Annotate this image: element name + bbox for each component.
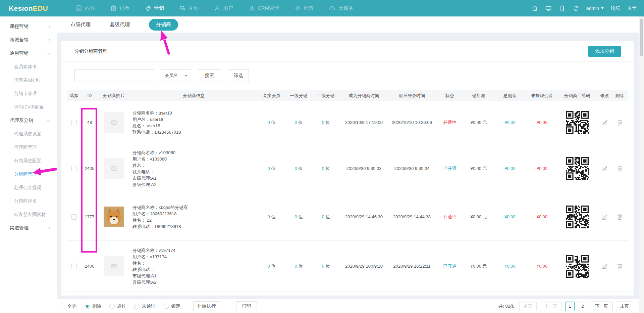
tab-县级代理[interactable]: 县级代理 — [110, 21, 130, 28]
action-radio-label: 通过 — [117, 303, 126, 309]
member-count: 0 — [322, 120, 324, 125]
sidebar-item-营销卡管理[interactable]: 营销卡管理 — [0, 87, 57, 100]
search-field-value: 会员名 — [165, 73, 178, 79]
select-all-control[interactable]: 全选 — [60, 303, 76, 309]
member-unit: 位 — [271, 263, 276, 269]
info-line: 联系电话： — [132, 169, 175, 175]
tab-市级代理[interactable]: 市级代理 — [70, 21, 91, 28]
about-link[interactable]: 关于 — [627, 5, 637, 11]
refresh-icon[interactable] — [573, 5, 579, 12]
sidebar-item-代理商管理[interactable]: 代理商管理 — [0, 141, 57, 154]
sidebar-item-VIP&SVIP配置[interactable]: VIP&SVIP配置 — [0, 100, 57, 114]
radio-checked-icon[interactable] — [85, 304, 90, 309]
sidebar-item-会员实体卡[interactable]: 会员实体卡 — [0, 60, 57, 74]
edit-icon[interactable] — [601, 165, 608, 172]
row-level1-cell: 0位 — [285, 214, 312, 220]
vertical-scrollbar[interactable] — [639, 16, 644, 313]
sidebar-item-分销系统配置[interactable]: 分销系统配置 — [0, 154, 57, 168]
row-info-cell: 分销商名称：user18用户名：user18姓名： user18联系电话：142… — [130, 110, 258, 135]
radio-unchecked-icon[interactable] — [164, 304, 169, 309]
nav-item-5[interactable]: 用户 — [214, 5, 233, 11]
scrollbar-thumb[interactable] — [640, 18, 643, 56]
member-count: 0 — [294, 166, 297, 171]
row-edit-cell — [597, 119, 611, 126]
sidebar-item-分销商排名[interactable]: 分销商排名 — [0, 194, 57, 208]
row-last-login-cell: 2020/9/29 14:44:38 — [388, 214, 435, 219]
action-radio-通过[interactable]: 通过 — [109, 303, 126, 309]
row-checkbox[interactable] — [71, 214, 77, 220]
row-qrcode-cell — [557, 157, 597, 180]
nav-item-label: 订单 — [119, 5, 129, 11]
info-line: 联系电话： — [132, 266, 175, 273]
page-button-下一页[interactable]: 下一页 — [591, 302, 612, 311]
sidebar-item-转发朋友圈素材[interactable]: 转发朋友圈素材 — [0, 208, 57, 221]
trash-icon[interactable] — [616, 214, 623, 220]
nav-item-2[interactable]: 订单 — [110, 5, 129, 11]
sidebar-group-3[interactable]: 通用营销 — [0, 47, 57, 60]
execute-button[interactable]: 开始执行 — [193, 301, 220, 311]
filter-button[interactable]: 筛选 — [228, 69, 249, 82]
mobile-icon[interactable] — [559, 5, 566, 12]
edit-icon[interactable] — [601, 214, 608, 220]
status-badge: 已开通 — [443, 263, 457, 269]
forum-link[interactable]: 论坛 — [611, 5, 620, 11]
status-badge: 已开通 — [443, 166, 457, 172]
column-header-二级分销: 二级分销 — [312, 93, 339, 99]
row-checkbox[interactable] — [71, 264, 77, 269]
nav-item-6[interactable]: CRM管理 — [249, 5, 279, 11]
sidebar-item-优惠券&红包[interactable]: 优惠券&红包 — [0, 74, 57, 87]
radio-unchecked-icon[interactable] — [134, 304, 140, 309]
column-header-最后登录时间: 最后登录时间 — [388, 93, 435, 99]
search-input[interactable] — [74, 69, 154, 82]
home-icon[interactable] — [531, 5, 538, 12]
select-all-checkbox[interactable] — [60, 304, 65, 309]
column-header-修改: 修改 — [597, 93, 611, 99]
action-radio-未通过[interactable]: 未通过 — [134, 303, 156, 309]
sidebar-item-分销商管理[interactable]: 分销商管理 — [0, 168, 57, 181]
edit-icon[interactable] — [601, 263, 608, 270]
column-header-销售额: 销售额 — [464, 93, 493, 99]
trash-icon[interactable] — [616, 263, 623, 270]
user-menu[interactable]: admin — [586, 6, 604, 11]
page-button-首页: 首页 — [519, 302, 537, 311]
page-button-2[interactable]: 2 — [578, 302, 587, 311]
nav-item-label: 互动 — [189, 5, 199, 11]
sidebar-group-4[interactable]: 代理及分销 — [0, 114, 57, 127]
edit-icon[interactable] — [601, 119, 608, 126]
select-all-label: 全选 — [67, 303, 76, 309]
nav-item-4[interactable]: 互动 — [179, 5, 199, 11]
nav-item-8[interactable]: 云服务 — [329, 5, 354, 11]
sidebar-item-处理佣金提现[interactable]: 处理佣金提现 — [0, 181, 57, 194]
action-radio-删除[interactable]: 删除 — [85, 303, 101, 309]
search-button[interactable]: 搜索 — [198, 69, 221, 82]
distributor-info: 分销商名称：v103060用户名：v103060姓名：联系电话：市级代理:A1县… — [132, 149, 175, 188]
search-field-select[interactable]: 会员名 — [161, 69, 191, 82]
page-button-1[interactable]: 1 — [565, 302, 575, 311]
trash-icon[interactable] — [616, 119, 623, 126]
monitor-icon[interactable] — [545, 5, 552, 12]
distributor-qrcode — [566, 255, 589, 278]
order-icon — [110, 5, 117, 11]
add-distributor-button[interactable]: 添加分销 — [588, 46, 621, 57]
action-radio-锁定[interactable]: 锁定 — [164, 303, 180, 309]
sidebar-group-1[interactable]: 课程营销 — [0, 20, 57, 33]
nav-item-1[interactable]: 内容 — [76, 5, 95, 11]
page-button-末页[interactable]: 末页 — [616, 302, 633, 311]
member-unit: 位 — [326, 214, 330, 220]
sidebar-group-2[interactable]: 商城营销 — [0, 33, 57, 47]
row-checkbox[interactable] — [71, 166, 77, 171]
radio-unchecked-icon[interactable] — [109, 304, 115, 309]
print-button[interactable]: 打印 — [236, 301, 257, 311]
app-logo: KesionEDU — [9, 4, 65, 12]
tab-分销商[interactable]: 分销商 — [149, 19, 178, 31]
sidebar-item-代理系统设置[interactable]: 代理系统设置 — [0, 127, 57, 141]
trash-icon[interactable] — [616, 165, 623, 172]
row-last-login-cell: 2020/9/29 16:22:11 — [388, 264, 435, 269]
row-level2-cell: 0位 — [312, 214, 339, 220]
content-icon — [76, 5, 82, 11]
sidebar-group-5[interactable]: 渠道管理 — [0, 221, 57, 235]
info-line: 用户名：v103060 — [132, 156, 175, 162]
nav-item-7[interactable]: 配置 — [294, 5, 314, 11]
nav-item-3[interactable]: 营销 — [145, 5, 164, 11]
row-checkbox[interactable] — [71, 120, 77, 125]
